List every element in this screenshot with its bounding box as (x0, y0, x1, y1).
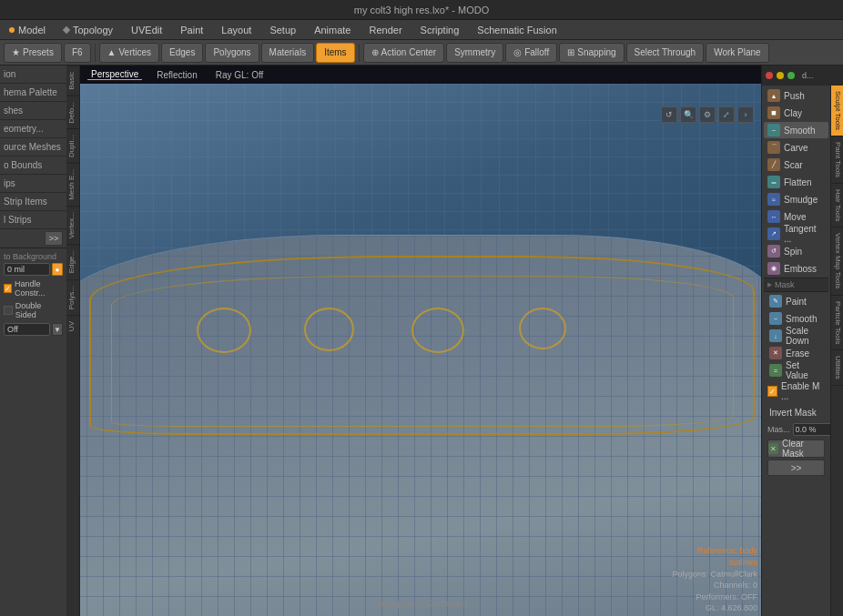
vp-rotate-icon[interactable]: ↺ (661, 106, 677, 123)
3d-viewport[interactable]: Perspective Reflection Ray GL: Off (80, 66, 761, 616)
mask-action-set-value[interactable]: = Set Value (766, 362, 827, 379)
handle-constr-row: ✓ Handle Constr... (4, 278, 63, 299)
section-strip-items-label: Strip Items (4, 195, 63, 208)
scar-icon: ╱ (767, 158, 780, 171)
main-area: ion hema Palette shes eometry... ource M… (0, 66, 843, 616)
right-vtabs: Sculpt Tools Paint Tools Hair Tools Vert… (830, 86, 843, 616)
mask-tool-smooth[interactable]: ~ Smooth (766, 310, 827, 327)
menu-animate[interactable]: Animate (305, 20, 360, 40)
value-input[interactable]: 0 mil (4, 263, 50, 276)
channels-line: Channels: 0 (672, 580, 757, 591)
smudge-icon: ≈ (767, 193, 780, 206)
mask-action-erase[interactable]: ✕ Erase (766, 345, 827, 361)
handle-constr-checkbox[interactable]: ✓ (4, 284, 12, 293)
vp-tab-perspective[interactable]: Perspective (87, 69, 142, 80)
menu-layout[interactable]: Layout (212, 20, 260, 40)
section-bounds: o Bounds (0, 157, 66, 175)
vtab-dupli[interactable]: Dupli... (66, 128, 79, 163)
tool-tangent[interactable]: ↗ Tangent ... (764, 226, 828, 242)
menu-schematic-fusion[interactable]: Schematic Fusion (468, 20, 565, 40)
edges-button[interactable]: Edges (161, 43, 203, 63)
vp-tab-raygl[interactable]: Ray GL: Off (212, 70, 268, 80)
vtab-uv[interactable]: UV (66, 315, 79, 337)
menu-uvedit[interactable]: UVEdit (122, 20, 171, 40)
menu-paint[interactable]: Paint (171, 20, 212, 40)
arrow-button[interactable]: >> (767, 459, 825, 476)
to-background-label: to Background (4, 252, 63, 261)
vtab-vertex[interactable]: Vertex... (66, 206, 79, 244)
vp-arrow-icon[interactable]: › (737, 106, 754, 123)
vp-tab-reflection[interactable]: Reflection (153, 70, 200, 80)
vtab-edge[interactable]: Edge... (66, 244, 79, 278)
title-bar: my colt3 high res.lxo* - MODO (0, 0, 843, 20)
sculpt-panel-header: d... (762, 66, 843, 86)
section-eometry: eometry... (0, 120, 66, 138)
invert-mask[interactable]: Invert Mask (766, 404, 827, 420)
presets-button[interactable]: ★ Presets (4, 43, 62, 63)
vertex-map-tools-tab[interactable]: Vertex Map Tools (831, 227, 843, 295)
hair-tools-tab[interactable]: Hair Tools (831, 184, 843, 227)
expand-button[interactable]: >> (45, 231, 63, 246)
section-ource-label: ource Meshes (4, 140, 63, 154)
tool-scar[interactable]: ╱ Scar (764, 157, 828, 173)
paint-tools-tab[interactable]: Paint Tools (831, 136, 843, 184)
vtab-basic[interactable]: Basic (66, 66, 79, 96)
select-through-button[interactable]: Select Through (626, 43, 705, 63)
items-button[interactable]: Items (316, 43, 354, 63)
dropdown-select[interactable]: Off (4, 323, 50, 336)
vtab-defo[interactable]: Defo... (66, 96, 79, 129)
menu-model[interactable]: Model (0, 20, 55, 40)
tool-smooth[interactable]: ~ Smooth (764, 122, 828, 138)
tangent-icon: ↗ (767, 227, 780, 240)
vtab-mesh-e[interactable]: Mesh E... (66, 163, 79, 206)
enable-mask-checkbox[interactable]: ✓ (767, 386, 777, 397)
polygons-button[interactable]: Polygons (205, 43, 259, 63)
section-hema: hema Palette (0, 84, 66, 102)
vtab-polys[interactable]: Polys... (66, 279, 79, 315)
tool-flatten[interactable]: ═ Flatten (764, 174, 828, 190)
tool-carve[interactable]: ⌒ Carve (764, 139, 828, 156)
close-button[interactable] (766, 72, 773, 79)
tool-smudge[interactable]: ≈ Smudge (764, 191, 828, 207)
tool-emboss[interactable]: ◉ Emboss (764, 260, 828, 277)
tool-push[interactable]: ▲ Push (764, 87, 828, 104)
vp-search-icon[interactable]: 🔍 (680, 106, 696, 123)
mas-input[interactable] (793, 423, 830, 436)
symmetry-button[interactable]: Symmetry (446, 43, 503, 63)
vertices-button[interactable]: ▲ Vertices (99, 43, 159, 63)
performers-line: Performers: OFF (672, 591, 757, 603)
main-toolbar: ★ Presets F6 ▲ Vertices Edges Polygons M… (0, 40, 843, 66)
value-toggle[interactable]: ● (52, 263, 63, 276)
vp-expand-icon[interactable]: ⤢ (718, 106, 735, 123)
flatten-icon: ═ (767, 176, 780, 188)
enable-mask-row: ✓ Enable M ... (764, 379, 828, 403)
mask-tool-scale-down[interactable]: ↓ Scale Down (766, 328, 827, 344)
dropdown-arrow[interactable]: ▼ (52, 323, 63, 336)
menu-scripting[interactable]: Scripting (411, 20, 469, 40)
clear-mask-button[interactable]: ✕ Clear Mask (767, 439, 825, 458)
viewport-info: Reference: body outlines Polygons: Catmu… (672, 545, 757, 614)
panel-title: d... (802, 71, 814, 80)
materials-button[interactable]: Materials (261, 43, 315, 63)
sculpt-tools-tab[interactable]: Sculpt Tools (831, 86, 843, 136)
tool-clay[interactable]: ◼ Clay (764, 105, 828, 121)
particle-tools-tab[interactable]: Particle Tools (831, 296, 843, 350)
work-plane-button[interactable]: Work Plane (706, 43, 769, 63)
mask-tool-paint[interactable]: ✎ Paint (766, 293, 827, 309)
tool-spin[interactable]: ↺ Spin (764, 243, 828, 259)
falloff-button[interactable]: ◎ Falloff (505, 43, 557, 63)
spin-icon: ↺ (767, 245, 780, 258)
tool-move[interactable]: ↔ Move (764, 208, 828, 225)
double-sided-checkbox[interactable] (4, 306, 13, 315)
vp-settings-icon[interactable]: ⚙ (699, 106, 716, 123)
maximize-button[interactable] (787, 72, 795, 79)
left-vtabs: Basic Defo... Dupli... Mesh E... Vertex.… (66, 66, 79, 616)
action-center-button[interactable]: ⊕ Action Center (363, 43, 445, 63)
menu-topology[interactable]: Topology (55, 20, 122, 40)
menu-render[interactable]: Render (360, 20, 411, 40)
menu-setup[interactable]: Setup (260, 20, 305, 40)
utilities-tab[interactable]: Utilities (831, 350, 843, 386)
minimize-button[interactable] (777, 72, 784, 79)
f6-button[interactable]: F6 (64, 43, 91, 63)
snapping-button[interactable]: ⊞ Snapping (559, 43, 624, 63)
